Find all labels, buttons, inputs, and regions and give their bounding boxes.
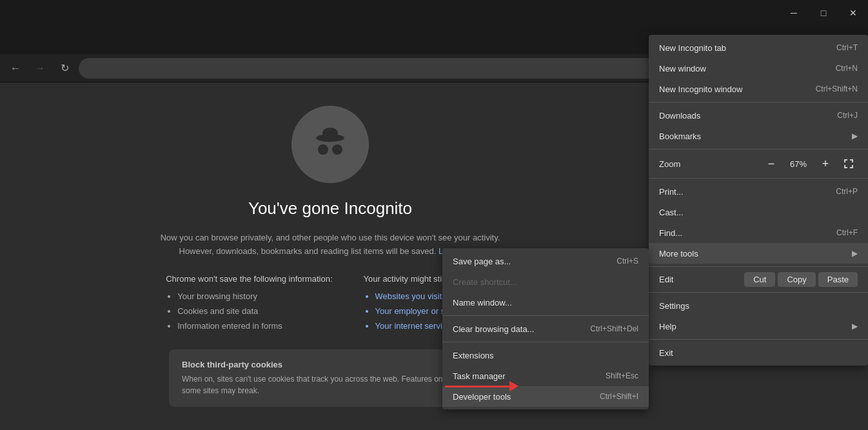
submenu-separator-2 [442, 342, 649, 342]
submenu-item-create-shortcut: Create shortcut... [442, 271, 649, 292]
menu-item-downloads[interactable]: Downloads Ctrl+J [649, 105, 868, 126]
menu-shortcut-new-window: Ctrl+N [836, 64, 858, 73]
zoom-minus-button[interactable]: − [762, 155, 780, 173]
submenu-item-save-page-label: Save page as... [453, 257, 511, 266]
chrome-wont-save-list: Your browsing history Cookies and site d… [166, 289, 332, 334]
menu-item-settings[interactable]: Settings [649, 295, 868, 316]
zoom-plus-button[interactable]: + [816, 155, 834, 173]
menu-item-find-label: Find... [659, 228, 682, 238]
more-tools-arrow-icon: ▶ [852, 249, 858, 258]
zoom-label: Zoom [659, 159, 680, 169]
menu-shortcut-new-incognito-window: Ctrl+Shift+N [816, 84, 858, 93]
menu-item-new-window-label: New window [659, 64, 706, 73]
menu-shortcut-print: Ctrl+P [836, 187, 858, 196]
submenu-shortcut-task-manager: Shift+Esc [606, 371, 638, 380]
submenu-separator-1 [442, 315, 649, 316]
reload-button[interactable]: ↻ [54, 58, 75, 79]
menu-item-new-incognito-window-label: New Incognito window [659, 84, 742, 94]
menu-item-downloads-label: Downloads [659, 111, 700, 121]
menu-item-bookmarks[interactable]: Bookmarks ▶ [649, 126, 868, 146]
menu-item-print-label: Print... [659, 187, 684, 197]
help-arrow-icon: ▶ [852, 322, 858, 331]
menu-shortcut-find: Ctrl+F [836, 228, 858, 237]
menu-item-exit[interactable]: Exit [649, 342, 868, 363]
menu-shortcut-downloads: Ctrl+J [837, 111, 858, 120]
zoom-fullscreen-button[interactable] [840, 155, 858, 173]
menu-item-find[interactable]: Find... Ctrl+F [649, 222, 868, 243]
copy-button[interactable]: Copy [778, 272, 815, 287]
submenu-item-task-manager-label: Task manager [453, 371, 506, 381]
minimize-button[interactable]: ─ [779, 0, 809, 26]
svg-point-5 [331, 144, 343, 155]
submenu-item-save-page[interactable]: Save page as... Ctrl+S [442, 251, 649, 271]
edit-row: Edit Cut Copy Paste [649, 269, 868, 289]
submenu-item-extensions[interactable]: Extensions [442, 345, 649, 366]
incognito-title: You've gone Incognito [248, 199, 412, 219]
submenu-shortcut-clear-browsing-data: Ctrl+Shift+Del [590, 324, 638, 333]
menu-item-help[interactable]: Help ▶ [649, 316, 868, 337]
zoom-controls: − 67% + [762, 155, 858, 173]
close-button[interactable]: ✕ [838, 0, 868, 26]
submenu-item-clear-browsing-data[interactable]: Clear browsing data... Ctrl+Shift+Del [442, 318, 649, 339]
separator-4 [649, 266, 868, 267]
zoom-value: 67% [785, 159, 811, 169]
menu-item-new-incognito-window[interactable]: New Incognito window Ctrl+Shift+N [649, 79, 868, 99]
svg-rect-3 [322, 128, 338, 139]
bookmarks-arrow-icon: ▶ [852, 132, 858, 141]
incognito-logo [291, 106, 369, 183]
menu-item-print[interactable]: Print... Ctrl+P [649, 181, 868, 202]
submenu-item-clear-browsing-data-label: Clear browsing data... [453, 324, 534, 334]
menu-item-new-incognito-tab[interactable]: New Incognito tab Ctrl+T [649, 37, 868, 58]
menu-item-more-tools-label: More tools [659, 249, 698, 259]
menu-item-help-label: Help [659, 322, 676, 331]
title-bar: ─ □ ✕ [0, 0, 868, 26]
edit-label: Edit [659, 275, 742, 284]
submenu-shortcut-save-page: Ctrl+S [616, 257, 638, 266]
separator-5 [649, 292, 868, 293]
paste-button[interactable]: Paste [818, 272, 858, 287]
arrow-head [509, 381, 518, 391]
submenu-item-name-window[interactable]: Name window... [442, 292, 649, 313]
list-item-browsing-history: Your browsing history [177, 289, 332, 304]
separator-2 [649, 149, 868, 150]
list-item-forms: Information entered in forms [177, 318, 332, 333]
red-arrow [445, 381, 518, 391]
menu-item-new-window[interactable]: New window Ctrl+N [649, 58, 868, 79]
menu-item-bookmarks-label: Bookmarks [659, 132, 701, 141]
cookie-desc: When on, sites can't use cookies that tr… [182, 373, 445, 396]
cookie-title: Block third-party cookies [182, 360, 445, 369]
menu-item-more-tools[interactable]: More tools ▶ [649, 243, 868, 264]
zoom-row: Zoom − 67% + [649, 152, 868, 175]
submenu-item-developer-tools-label: Developer tools [453, 392, 511, 402]
forward-button[interactable]: → [30, 58, 50, 79]
menu-item-cast-label: Cast... [659, 208, 684, 217]
separator-1 [649, 102, 868, 103]
menu-item-exit-label: Exit [659, 348, 673, 358]
list-item-cookies: Cookies and site data [177, 304, 332, 318]
chrome-menu: New Incognito tab Ctrl+T New window Ctrl… [649, 35, 868, 366]
menu-shortcut-new-incognito-tab: Ctrl+T [836, 43, 858, 52]
submenu-item-name-window-label: Name window... [453, 298, 512, 308]
submenu-item-create-shortcut-label: Create shortcut... [453, 277, 517, 287]
separator-6 [649, 339, 868, 340]
submenu-item-extensions-label: Extensions [453, 351, 494, 360]
menu-item-cast[interactable]: Cast... [649, 202, 868, 222]
back-button[interactable]: ← [5, 58, 26, 79]
separator-3 [649, 178, 868, 179]
menu-item-settings-label: Settings [659, 301, 689, 311]
title-bar-controls: ─ □ ✕ [779, 0, 868, 26]
submenu-shortcut-developer-tools: Ctrl+Shift+I [600, 392, 638, 401]
maximize-button[interactable]: □ [809, 0, 838, 26]
chrome-wont-save-col: Chrome won't save the following informat… [166, 274, 332, 334]
menu-item-new-incognito-tab-label: New Incognito tab [659, 43, 726, 53]
omnibox[interactable] [79, 58, 704, 79]
svg-point-4 [317, 144, 329, 155]
chrome-wont-save-heading: Chrome won't save the following informat… [166, 274, 332, 284]
cut-button[interactable]: Cut [744, 272, 775, 287]
cookie-text: Block third-party cookies When on, sites… [182, 360, 445, 396]
arrow-line [445, 386, 509, 387]
